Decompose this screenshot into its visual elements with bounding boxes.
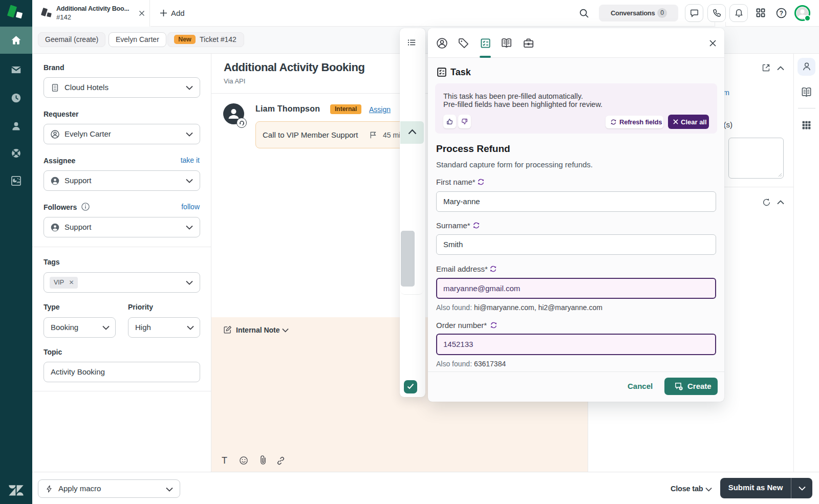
- svg-text:?: ?: [780, 10, 783, 17]
